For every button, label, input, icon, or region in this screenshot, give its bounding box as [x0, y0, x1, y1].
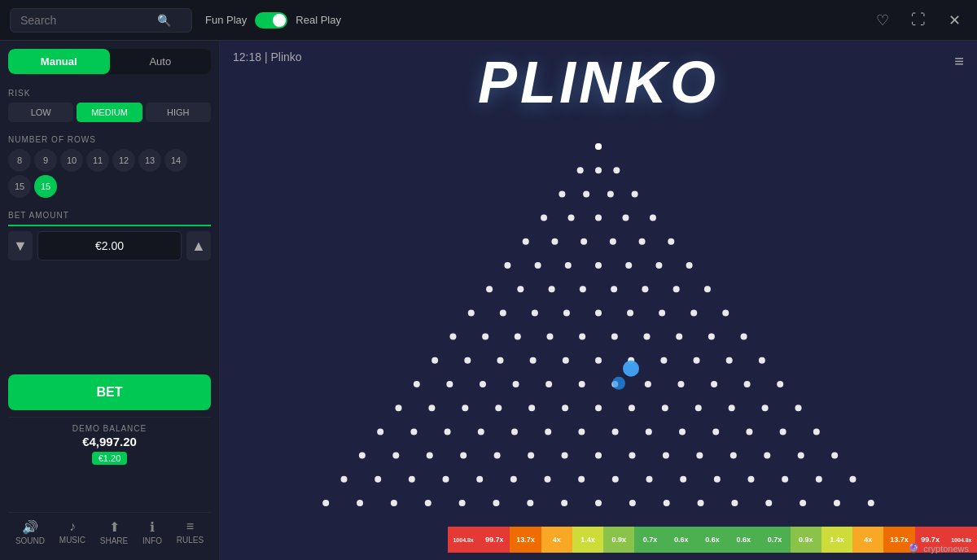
- row-10[interactable]: 10: [60, 149, 83, 172]
- svg-point-41: [659, 309, 665, 316]
- svg-point-4: [613, 167, 620, 173]
- row-12[interactable]: 12: [112, 149, 135, 172]
- bet-decrease-button[interactable]: ▼: [8, 231, 33, 260]
- svg-point-104: [359, 453, 366, 459]
- svg-point-153: [612, 377, 625, 390]
- svg-point-30: [580, 286, 586, 292]
- row-buttons: 8 9 10 11 12 13 14 15 15: [8, 149, 211, 198]
- svg-point-1: [595, 143, 602, 150]
- row-15b[interactable]: 15: [34, 175, 57, 198]
- row-15a[interactable]: 15: [8, 175, 31, 198]
- multiplier-cell[interactable]: 0.9x: [791, 527, 821, 553]
- music-icon-btn[interactable]: ♪ MUSIC: [59, 519, 85, 545]
- svg-point-51: [676, 334, 682, 340]
- svg-point-131: [747, 476, 754, 483]
- row-14[interactable]: 14: [164, 149, 187, 172]
- rows-label: NUMBER OF ROWS: [8, 135, 211, 144]
- risk-buttons: LOW MEDIUM HIGH: [8, 103, 211, 122]
- tab-auto[interactable]: Auto: [110, 49, 212, 74]
- sound-icon-btn[interactable]: 🔊 SOUND: [15, 519, 45, 545]
- svg-point-113: [663, 453, 669, 459]
- svg-point-48: [579, 334, 585, 340]
- svg-point-2: [577, 167, 584, 173]
- svg-point-123: [476, 476, 483, 483]
- svg-point-86: [695, 405, 702, 411]
- music-icon: ♪: [69, 519, 76, 534]
- multiplier-cell[interactable]: 0.9x: [603, 527, 634, 553]
- svg-point-77: [395, 405, 401, 411]
- svg-point-78: [428, 405, 435, 411]
- svg-point-76: [777, 381, 783, 387]
- mode-toggle: Fun Play Real Play: [205, 12, 341, 28]
- svg-point-58: [563, 357, 569, 364]
- music-label: MUSIC: [59, 536, 85, 545]
- svg-point-114: [696, 453, 703, 459]
- svg-point-26: [686, 262, 693, 269]
- svg-point-88: [762, 405, 769, 411]
- svg-point-84: [629, 405, 635, 411]
- svg-point-31: [611, 286, 617, 292]
- favorite-button[interactable]: ♡: [870, 7, 896, 33]
- svg-point-18: [639, 238, 646, 245]
- row-11[interactable]: 11: [86, 149, 109, 172]
- row-13[interactable]: 13: [138, 149, 161, 172]
- sidebar-bottom-icons: 🔊 SOUND ♪ MUSIC ⬆ SHARE ℹ INFO ≡ RULES: [8, 512, 211, 552]
- multiplier-cell[interactable]: 1.4x: [821, 527, 852, 553]
- svg-point-95: [545, 428, 551, 435]
- svg-point-52: [708, 334, 715, 340]
- svg-point-111: [595, 453, 602, 459]
- svg-point-68: [513, 381, 519, 387]
- svg-point-72: [645, 381, 651, 387]
- svg-point-93: [478, 428, 484, 435]
- multiplier-cell[interactable]: 1.4x: [572, 527, 603, 553]
- svg-point-115: [730, 453, 737, 459]
- multiplier-cell[interactable]: 0.7x: [759, 527, 790, 553]
- svg-point-105: [392, 453, 399, 459]
- risk-label: RISK: [8, 89, 211, 98]
- risk-high[interactable]: HIGH: [146, 103, 211, 122]
- hamburger-menu[interactable]: ≡: [954, 52, 964, 71]
- svg-point-126: [578, 476, 585, 483]
- svg-point-40: [627, 309, 633, 316]
- risk-medium[interactable]: MEDIUM: [77, 103, 142, 122]
- bet-increase-button[interactable]: ▲: [186, 231, 211, 260]
- mode-switch[interactable]: [255, 12, 287, 28]
- svg-point-110: [562, 453, 568, 459]
- svg-point-22: [565, 262, 572, 269]
- svg-point-67: [480, 381, 486, 387]
- close-button[interactable]: ✕: [941, 7, 967, 33]
- share-label: SHARE: [100, 536, 128, 545]
- svg-point-32: [642, 286, 648, 292]
- svg-point-90: [377, 428, 383, 435]
- svg-point-45: [482, 334, 488, 340]
- multiplier-cell[interactable]: 4x: [852, 527, 883, 553]
- multiplier-cell[interactable]: 0.6x: [728, 527, 759, 553]
- multiplier-cell[interactable]: 0.6x: [697, 527, 728, 553]
- multiplier-cell[interactable]: 13.7x: [510, 527, 541, 553]
- bet-input[interactable]: [37, 231, 182, 260]
- svg-point-132: [782, 476, 788, 483]
- rules-icon-btn[interactable]: ≡ RULES: [177, 519, 204, 545]
- row-8[interactable]: 8: [8, 149, 31, 172]
- svg-point-135: [322, 500, 329, 506]
- multiplier-cell[interactable]: 0.7x: [634, 527, 665, 553]
- info-icon-btn[interactable]: ℹ INFO: [142, 519, 162, 545]
- svg-point-24: [625, 262, 632, 269]
- svg-point-116: [764, 453, 770, 459]
- multiplier-cell[interactable]: 1004.8x: [448, 527, 479, 553]
- search-input[interactable]: [20, 14, 151, 27]
- fullscreen-button[interactable]: ⛶: [905, 7, 931, 33]
- svg-point-142: [561, 500, 567, 506]
- tab-manual[interactable]: Manual: [8, 49, 110, 74]
- svg-point-33: [673, 286, 680, 292]
- cryptonews-badge: 🔮 cryptonews: [908, 543, 969, 553]
- multiplier-cell[interactable]: 99.7x: [479, 527, 510, 553]
- bet-amount-wrapper: BET AMOUNT ▼ ▲: [8, 208, 211, 270]
- risk-low[interactable]: LOW: [8, 103, 73, 122]
- bet-button[interactable]: BET: [8, 374, 211, 410]
- share-icon-btn[interactable]: ⬆ SHARE: [100, 519, 128, 545]
- multiplier-cell[interactable]: 4x: [541, 527, 572, 553]
- search-box[interactable]: 🔍: [10, 8, 192, 33]
- multiplier-cell[interactable]: 0.6x: [666, 527, 697, 553]
- row-9[interactable]: 9: [34, 149, 57, 172]
